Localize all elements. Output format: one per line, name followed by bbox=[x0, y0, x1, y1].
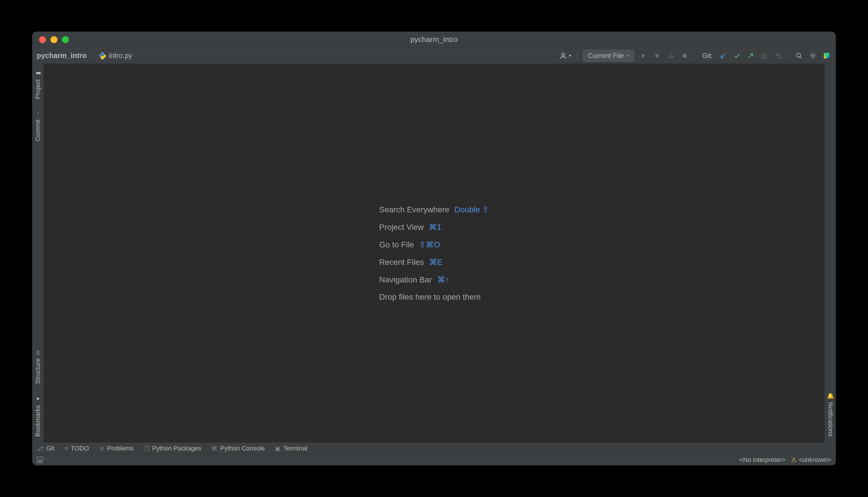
tool-notifications[interactable]: 🔔 Notifications bbox=[827, 387, 834, 442]
breadcrumb-file[interactable]: intro.py bbox=[109, 52, 132, 60]
warning-icon: ⚠ bbox=[791, 456, 797, 464]
status-unknown[interactable]: ⚠ <unknown> bbox=[791, 456, 831, 464]
tip-label: Recent Files bbox=[379, 258, 424, 267]
tip-label: Navigation Bar bbox=[379, 275, 432, 284]
structure-icon: ⠿ bbox=[35, 350, 40, 356]
tool-bookmarks[interactable]: Bookmarks ▾ bbox=[34, 389, 42, 442]
chevron-down-icon[interactable]: ▾ bbox=[569, 53, 571, 58]
run-with-coverage-button[interactable] bbox=[666, 51, 675, 60]
warning-circle-icon: ⊘ bbox=[99, 445, 104, 452]
tool-project[interactable]: Project ▮ bbox=[34, 64, 42, 104]
statusbar: <No interpreter> ⚠ <unknown> bbox=[32, 454, 836, 465]
gutter-label: Notifications bbox=[827, 402, 834, 437]
maximize-window-button[interactable] bbox=[62, 36, 69, 43]
ide-window: pycharm_intro pycharm_intro 〉 intro.py ▾… bbox=[32, 32, 836, 465]
bottom-tool-bar: ⎇ Git ≡ TODO ⊘ Problems ❒ Python Package… bbox=[32, 442, 836, 454]
editor-area[interactable]: Search Everywhere Double ⇧ Project View … bbox=[44, 64, 824, 442]
separator bbox=[789, 51, 789, 60]
bookmark-icon: ▾ bbox=[34, 395, 41, 402]
tip-search-everywhere: Search Everywhere Double ⇧ bbox=[379, 205, 489, 214]
code-with-me-icon[interactable] bbox=[559, 51, 568, 60]
bottom-problems[interactable]: ⊘ Problems bbox=[99, 445, 134, 452]
tool-commit[interactable]: Commit ◦ bbox=[34, 104, 42, 147]
gutter-label: Commit bbox=[34, 119, 42, 141]
status-unknown-label: <unknown> bbox=[798, 456, 831, 464]
svg-point-0 bbox=[562, 53, 564, 55]
run-config-label: Current File bbox=[588, 52, 624, 60]
editor-tips: Search Everywhere Double ⇧ Project View … bbox=[379, 205, 489, 302]
tip-shortcut: ⌘E bbox=[429, 257, 443, 267]
right-gutter: 🔔 Notifications bbox=[824, 64, 836, 442]
folder-icon: ▮ bbox=[34, 70, 41, 76]
left-gutter: Project ▮ Commit ◦ Structure ⠿ Bookmarks… bbox=[32, 64, 44, 442]
git-push-icon[interactable] bbox=[746, 51, 755, 60]
titlebar: pycharm_intro bbox=[32, 32, 836, 48]
main-area: Project ▮ Commit ◦ Structure ⠿ Bookmarks… bbox=[32, 64, 836, 442]
git-commit-icon[interactable] bbox=[732, 51, 741, 60]
package-icon: ❒ bbox=[144, 445, 149, 452]
tip-recent-files: Recent Files ⌘E bbox=[379, 257, 489, 267]
list-icon: ≡ bbox=[64, 445, 68, 452]
git-pull-icon[interactable] bbox=[719, 51, 727, 60]
tip-navigation-bar: Navigation Bar ⌘↑ bbox=[379, 275, 489, 284]
window-title: pycharm_intro bbox=[410, 35, 458, 44]
stop-button[interactable] bbox=[680, 51, 689, 60]
status-right: <No interpreter> ⚠ <unknown> bbox=[739, 456, 831, 464]
tip-label: Go to File bbox=[379, 240, 414, 250]
tip-shortcut: ⌘↑ bbox=[437, 275, 449, 284]
traffic-lights bbox=[32, 36, 69, 43]
search-icon[interactable] bbox=[795, 51, 804, 60]
drop-hint: Drop files here to open them bbox=[379, 293, 489, 302]
git-history-icon[interactable] bbox=[760, 51, 769, 60]
bottom-label: Git bbox=[46, 445, 54, 452]
tip-shortcut: Double ⇧ bbox=[454, 205, 489, 214]
status-left bbox=[37, 457, 43, 463]
chevron-down-icon: ▾ bbox=[627, 53, 629, 58]
tip-label: Project View bbox=[379, 223, 424, 232]
chevron-right-icon: 〉 bbox=[89, 51, 96, 60]
bottom-python-console[interactable]: ⌘ Python Console bbox=[211, 445, 265, 452]
left-gutter-top: Project ▮ Commit ◦ bbox=[32, 64, 43, 147]
svg-point-5 bbox=[812, 55, 814, 57]
bottom-label: Python Packages bbox=[152, 445, 201, 452]
commit-icon: ◦ bbox=[35, 110, 41, 117]
tip-go-to-file: Go to File ⇧⌘O bbox=[379, 240, 489, 250]
svg-rect-2 bbox=[682, 54, 686, 57]
tip-label: Search Everywhere bbox=[379, 205, 449, 214]
run-config-selector[interactable]: Current File ▾ bbox=[583, 50, 634, 62]
bottom-label: Terminal bbox=[283, 445, 307, 452]
git-label: Git: bbox=[702, 52, 713, 60]
bottom-git[interactable]: ⎇ Git bbox=[37, 445, 54, 452]
python-icon: ⌘ bbox=[211, 445, 217, 452]
bell-icon: 🔔 bbox=[827, 393, 834, 399]
breadcrumb-project[interactable]: pycharm_intro bbox=[37, 52, 87, 60]
toolbar-right: ▾ Current File ▾ Git: bbox=[559, 50, 831, 62]
gutter-label: Project bbox=[34, 79, 42, 99]
bottom-python-packages[interactable]: ❒ Python Packages bbox=[144, 445, 201, 452]
tool-window-toggle-icon[interactable] bbox=[37, 457, 43, 463]
app-icon[interactable] bbox=[822, 51, 831, 60]
minimize-window-button[interactable] bbox=[50, 36, 57, 43]
tip-shortcut: ⌘1 bbox=[429, 222, 441, 232]
tool-structure[interactable]: Structure ⠿ bbox=[34, 345, 42, 389]
breadcrumb[interactable]: pycharm_intro 〉 intro.py bbox=[37, 51, 132, 60]
bottom-label: TODO bbox=[71, 445, 89, 452]
tip-shortcut: ⇧⌘O bbox=[419, 240, 440, 250]
git-rollback-icon[interactable] bbox=[774, 51, 783, 60]
debug-button[interactable] bbox=[652, 51, 662, 60]
gutter-label: Structure bbox=[34, 358, 42, 384]
interpreter-status[interactable]: <No interpreter> bbox=[739, 456, 785, 464]
close-window-button[interactable] bbox=[39, 36, 46, 43]
git-branch-icon: ⎇ bbox=[37, 445, 43, 452]
svg-point-1 bbox=[656, 54, 659, 57]
run-button[interactable] bbox=[639, 51, 648, 60]
svg-point-4 bbox=[796, 53, 800, 57]
gear-icon[interactable] bbox=[808, 51, 818, 60]
bottom-label: Problems bbox=[107, 445, 134, 452]
navbar: pycharm_intro 〉 intro.py ▾ Current File … bbox=[32, 48, 836, 64]
gutter-label: Bookmarks bbox=[34, 405, 42, 437]
tip-project-view: Project View ⌘1 bbox=[379, 222, 489, 232]
bottom-terminal[interactable]: ▣ Terminal bbox=[275, 445, 307, 452]
bottom-todo[interactable]: ≡ TODO bbox=[64, 445, 89, 452]
left-gutter-bottom: Structure ⠿ Bookmarks ▾ bbox=[32, 345, 43, 442]
